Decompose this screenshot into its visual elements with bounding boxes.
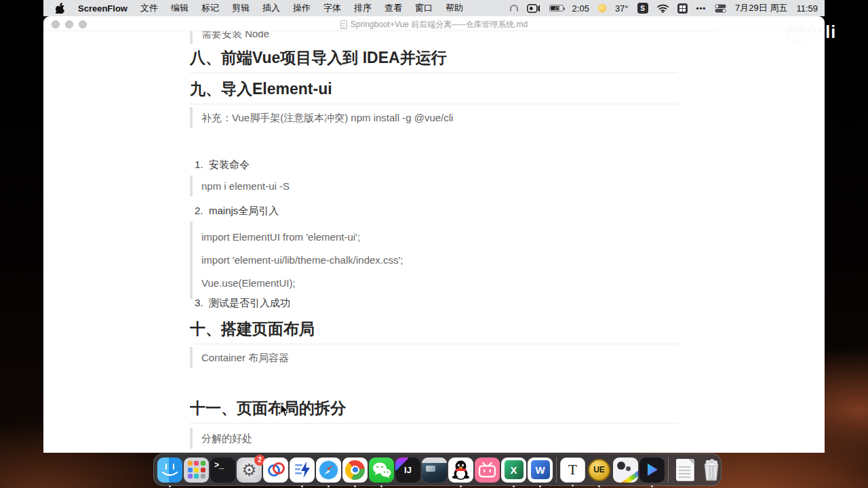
blockquote-split-benefit[interactable]: 分解的好处 [190,428,678,449]
dock: >_ ⚙ 2 [153,453,722,486]
lightning-docs-app-dock-icon[interactable] [290,458,315,483]
list-text: mainjs全局引入 [209,204,279,217]
window-title-text: Springboot+Vue 前后端分离-----仓库管理系统.md [351,19,528,30]
apple-logo-icon [56,3,65,14]
typora-t-icon: T [568,462,577,479]
apple-menu-icon[interactable] [56,3,65,14]
trash-dock-icon[interactable] [698,458,724,483]
thumbnail-titlebar [422,458,447,463]
word-dock-icon[interactable]: W [528,458,553,483]
menu-bar: ScreenFlow 文件 编辑 标记 剪辑 插入 操作 字体 排序 查看 窗口… [43,0,825,16]
blockquote-container[interactable]: Container 布局容器 [190,347,678,368]
menu-action[interactable]: 操作 [293,2,311,14]
word-w-icon: W [531,460,550,479]
safari-dock-icon[interactable] [316,458,341,483]
document-page-icon [676,459,694,481]
window-title: Springboot+Vue 前后端分离-----仓库管理系统.md [43,19,825,30]
lightning-lines-icon [293,460,312,479]
control-center-icon[interactable] [715,4,726,13]
rainbow-filmstrip-icon [618,469,638,482]
menu-date-label[interactable]: 7月29日 周五 [735,2,787,14]
system-settings-dock-icon[interactable]: ⚙ 2 [237,458,262,483]
list-number: 1. [195,158,209,171]
chrome-ball-icon [345,460,365,480]
more-status-icon[interactable]: ••• [696,4,707,12]
menu-sort[interactable]: 排序 [354,2,372,14]
input-source-icon[interactable] [677,3,688,14]
clipped-blockquote[interactable]: 需要安装 Node [190,31,678,44]
menu-insert[interactable]: 插入 [262,2,280,14]
knot-rings-icon [266,460,286,480]
menu-view[interactable]: 查看 [384,2,402,14]
temperature-label: 37° [615,3,629,14]
minimized-window-thumbnail[interactable] [422,458,447,483]
video-player-dock-icon[interactable] [639,458,665,483]
document-icon [340,20,347,29]
window-title-bar[interactable]: Springboot+Vue 前后端分离-----仓库管理系统.md [43,16,825,31]
blockquote-supplement[interactable]: 补充：Vue脚手架(注意版本冲突) npm install -g @vue/cl… [190,107,678,128]
battery-icon[interactable] [549,5,564,12]
list-number: 2. [195,204,209,217]
compass-icon [318,460,339,481]
battery-time-label: 2:05 [572,3,589,14]
ordered-list-item-2[interactable]: 2. mainjs全局引入 [190,204,678,217]
excel-dock-icon[interactable]: X [501,458,526,483]
camera-lens-icon [617,462,625,470]
launchpad-grid-icon [188,461,205,479]
bilibili-tv-icon [478,462,496,478]
ultraedit-dock-icon[interactable]: UE [587,458,612,483]
menu-file[interactable]: 文件 [140,2,158,14]
list-text: 测试是否引入成功 [209,296,290,309]
chrome-dock-icon[interactable] [342,458,368,483]
excel-x-icon: X [505,460,524,479]
privacy-arch-icon[interactable] [510,5,518,12]
camera-recording-icon[interactable] [527,4,540,13]
finder-dock-icon[interactable] [157,458,182,483]
terminal-prompt-glyph: >_ [214,461,224,470]
wifi-icon[interactable] [657,4,669,13]
heading-section-9[interactable]: 九、导入Element-ui [190,79,678,104]
launchpad-dock-icon[interactable] [184,458,209,483]
network-knot-app-dock-icon[interactable] [263,458,288,483]
qq-dock-icon[interactable] [448,458,473,483]
play-triangle-icon [646,462,659,477]
trash-can-icon [702,459,721,481]
import-line-3: Vue.use(ElementUI); [201,272,678,295]
heading-section-11[interactable]: 十一、页面布局的拆分 [190,398,678,424]
dock-separator [668,457,669,483]
menu-window[interactable]: 窗口 [415,2,433,14]
screenflow-dock-icon[interactable] [613,458,638,483]
menu-font[interactable]: 字体 [323,2,341,14]
menu-mark[interactable]: 标记 [201,2,219,14]
menu-clip[interactable]: 剪辑 [232,2,250,14]
bilibili-dock-icon[interactable] [475,458,500,483]
terminal-dock-icon[interactable]: >_ [210,458,235,483]
blockquote-npm-install[interactable]: npm i element-ui -S [190,176,678,197]
mouse-cursor [280,403,290,418]
documents-stack-dock-icon[interactable] [672,458,697,483]
thumbnail-image [422,463,447,483]
penguin-icon [452,460,470,481]
active-app-name[interactable]: ScreenFlow [78,3,127,14]
intellij-idea-dock-icon[interactable]: IJ [395,458,420,483]
heading-section-8[interactable]: 八、前端Vue项目导入到 IDEA并运行 [190,47,678,73]
dock-separator [556,457,557,483]
menu-time-label[interactable]: 11:59 [796,3,818,14]
import-line-1: import ElementUI from 'element-ui'; [201,226,678,249]
menu-edit[interactable]: 编辑 [171,2,189,14]
markdown-editor-area[interactable]: 需要安装 Node 八、前端Vue项目导入到 IDEA并运行 九、导入Eleme… [190,31,678,453]
heading-section-10[interactable]: 十、搭建页面布局 [190,319,678,344]
ordered-list-item-3[interactable]: 3. 测试是否引入成功 [190,296,678,309]
blockquote-imports[interactable]: import ElementUI from 'element-ui'; impo… [190,222,678,299]
weather-sun-icon[interactable] [598,4,606,12]
wechat-dock-icon[interactable] [369,458,394,483]
list-text: 安装命令 [209,158,250,171]
ordered-list-item-1[interactable]: 1. 安装命令 [190,158,678,171]
s-app-menu-icon[interactable]: S [637,3,648,14]
menu-help[interactable]: 帮助 [446,2,463,14]
ultraedit-coin-icon: UE [588,459,610,481]
chat-bubbles-icon [372,461,391,479]
typora-dock-icon[interactable]: T [560,458,585,483]
typora-window: Springboot+Vue 前后端分离-----仓库管理系统.md 需要安装 … [43,16,825,453]
idea-label: IJ [404,465,412,475]
